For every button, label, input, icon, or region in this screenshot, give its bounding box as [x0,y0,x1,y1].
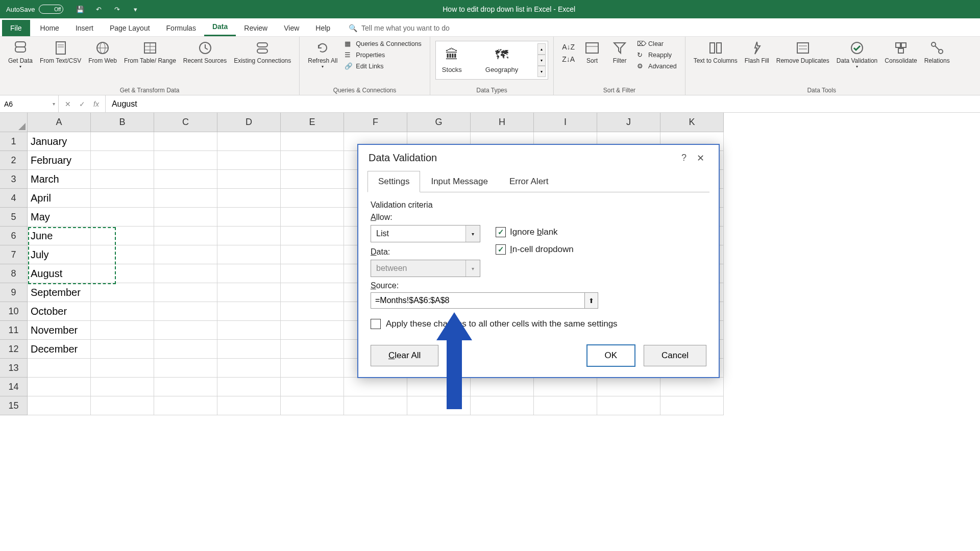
customize-qa-icon[interactable]: ▾ [131,5,140,14]
tab-insert[interactable]: Insert [67,20,102,36]
sort-button[interactable]: Sort [579,39,605,65]
cell[interactable] [217,170,281,189]
column-header[interactable]: G [407,113,471,132]
cell[interactable]: September [28,283,91,302]
data-types-gallery[interactable]: 🏛Stocks 🗺Geography ▴▾▾ [435,41,548,80]
cell[interactable] [217,208,281,227]
cell[interactable] [91,321,154,340]
cell[interactable] [91,227,154,245]
tab-formulas[interactable]: Formulas [158,20,204,36]
sort-asc-button[interactable]: A↓Z [559,42,578,52]
from-web-button[interactable]: From Web [85,39,120,65]
fx-icon[interactable]: fx [93,100,99,108]
cell[interactable] [91,340,154,359]
cell[interactable]: March [28,170,91,189]
row-header[interactable]: 13 [0,359,28,378]
clear-filter-button[interactable]: ⌦Clear [634,39,680,49]
column-header[interactable]: J [597,113,660,132]
cell[interactable] [154,283,217,302]
incell-dropdown-checkbox[interactable]: ✓In-cell dropdown [496,244,574,255]
cell[interactable] [217,321,281,340]
cell[interactable] [28,378,91,396]
cell[interactable] [91,189,154,208]
tell-me-search[interactable]: 🔍 Tell me what you want to do [349,20,450,36]
cell[interactable] [534,378,597,396]
recent-sources-button[interactable]: Recent Sources [180,39,230,65]
row-header[interactable]: 15 [0,396,28,415]
cell[interactable] [154,170,217,189]
cell[interactable] [281,151,344,170]
text-to-columns-button[interactable]: Text to Columns [691,39,741,65]
cell[interactable] [154,264,217,283]
cell[interactable] [91,396,154,415]
cell[interactable] [154,302,217,321]
cell[interactable]: July [28,245,91,264]
advanced-filter-button[interactable]: ⚙Advanced [634,61,680,71]
row-header[interactable]: 7 [0,245,28,264]
remove-duplicates-button[interactable]: Remove Duplicates [773,39,832,65]
cell[interactable] [217,283,281,302]
row-header[interactable]: 4 [0,189,28,208]
tab-page-layout[interactable]: Page Layout [102,20,158,36]
enter-formula-icon[interactable]: ✓ [79,100,85,108]
cell[interactable] [344,396,407,415]
cell[interactable] [281,396,344,415]
ignore-blank-checkbox[interactable]: ✓Ignore blank [496,227,574,237]
column-header[interactable]: K [660,113,724,132]
cell[interactable] [91,283,154,302]
cell[interactable] [281,359,344,378]
cell[interactable] [217,245,281,264]
tab-file[interactable]: File [2,20,30,36]
cell[interactable]: December [28,340,91,359]
dialog-close-icon[interactable]: ✕ [692,153,708,164]
cell[interactable] [154,378,217,396]
column-header[interactable]: F [344,113,407,132]
tab-review[interactable]: Review [236,20,276,36]
column-header[interactable]: D [217,113,281,132]
geography-item[interactable]: 🗺Geography [481,45,522,76]
redo-icon[interactable]: ↷ [112,5,121,14]
cell[interactable] [281,132,344,151]
cell[interactable] [217,151,281,170]
tab-home[interactable]: Home [32,20,67,36]
cell[interactable]: November [28,321,91,340]
cell[interactable] [154,151,217,170]
cell[interactable] [217,227,281,245]
cell[interactable] [217,340,281,359]
row-header[interactable]: 12 [0,340,28,359]
cell[interactable] [281,170,344,189]
cell[interactable]: February [28,151,91,170]
queries-connections-button[interactable]: ▦Queries & Connections [341,39,425,49]
cell[interactable]: April [28,189,91,208]
cell[interactable] [281,378,344,396]
source-input[interactable] [371,292,585,309]
from-text-csv-button[interactable]: From Text/CSV [37,39,84,65]
cell[interactable] [217,189,281,208]
cell[interactable] [154,208,217,227]
cell[interactable] [660,378,724,396]
cell[interactable] [154,227,217,245]
cell[interactable] [217,359,281,378]
relationships-button[interactable]: Relations [921,39,953,65]
cell[interactable] [91,132,154,151]
row-header[interactable]: 8 [0,264,28,283]
cell[interactable] [471,378,534,396]
existing-connections-button[interactable]: Existing Connections [231,39,294,65]
row-header[interactable]: 3 [0,170,28,189]
tab-help[interactable]: Help [307,20,338,36]
cell[interactable]: June [28,227,91,245]
column-header[interactable]: E [281,113,344,132]
cell[interactable] [660,396,724,415]
cell[interactable] [154,189,217,208]
cell[interactable] [217,302,281,321]
dialog-tab-error-alert[interactable]: Error Alert [499,171,559,192]
tab-data[interactable]: Data [204,18,236,36]
cell[interactable] [281,340,344,359]
cell[interactable] [281,189,344,208]
cell[interactable] [91,151,154,170]
cell[interactable] [281,208,344,227]
column-header[interactable]: C [154,113,217,132]
cell[interactable]: May [28,208,91,227]
cell[interactable] [217,264,281,283]
formula-input[interactable]: August [106,95,980,112]
